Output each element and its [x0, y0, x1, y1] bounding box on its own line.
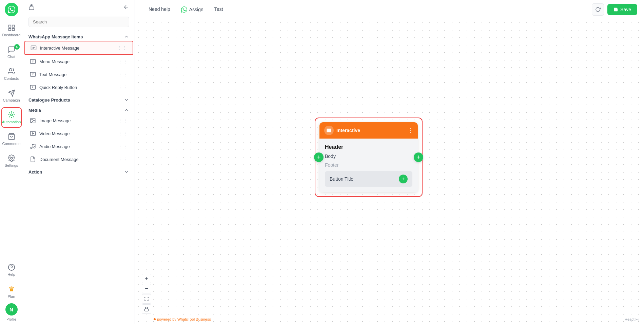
- sidebar-item-text[interactable]: Text Message ⋮⋮: [24, 68, 133, 81]
- sidebar: WhatsApp Message Items Interactive Messa…: [23, 0, 135, 324]
- nav-item-help[interactable]: Help: [1, 260, 22, 280]
- node-body: Header Body Footer Button Title +: [319, 139, 418, 192]
- chevron-down-action-icon: [124, 169, 129, 175]
- sidebar-item-video[interactable]: Video Message ⋮⋮: [24, 127, 133, 140]
- sidebar-top: [23, 0, 135, 13]
- zoom-controls: + −: [142, 274, 151, 314]
- fit-icon: [144, 296, 149, 301]
- watermark: powered by WhatsTool Business: [154, 317, 211, 321]
- svg-point-20: [34, 147, 35, 148]
- nav-item-contacts[interactable]: Contacts: [1, 64, 22, 84]
- svg-point-7: [11, 157, 13, 159]
- section-action[interactable]: Action: [23, 166, 135, 176]
- svg-rect-14: [31, 72, 36, 76]
- top-bar: Need help Assign Test Save: [135, 0, 644, 19]
- lock-icon: [144, 307, 149, 311]
- sidebar-item-audio[interactable]: Audio Message ⋮⋮: [24, 140, 133, 153]
- image-icon: [30, 118, 36, 124]
- drag-handle[interactable]: ⋮⋮: [118, 72, 128, 77]
- main-area: Need help Assign Test Save + +: [135, 0, 644, 324]
- watermark-dot: [154, 318, 156, 320]
- nav-item-automation[interactable]: Automation: [1, 107, 22, 128]
- video-icon: [30, 130, 36, 137]
- chevron-up-media-icon: [124, 107, 129, 113]
- menu-icon: [30, 58, 36, 65]
- node-body-text: Body: [325, 154, 412, 159]
- section-catalogue[interactable]: Catalogue Products: [23, 94, 135, 104]
- node-add-left-button[interactable]: +: [314, 152, 324, 162]
- drag-handle[interactable]: ⋮⋮: [118, 59, 128, 64]
- zoom-out-button[interactable]: −: [142, 284, 151, 293]
- nav-item-chat[interactable]: 5 Chat: [1, 42, 22, 62]
- node-footer-text: Footer: [325, 162, 412, 168]
- svg-rect-18: [31, 131, 36, 136]
- svg-rect-3: [12, 29, 14, 31]
- audio-icon: [30, 143, 36, 149]
- sidebar-item-menu[interactable]: Menu Message ⋮⋮: [24, 55, 133, 68]
- nav-item-commerce[interactable]: Commerce: [1, 129, 22, 149]
- avatar[interactable]: N: [5, 303, 18, 316]
- save-icon: [613, 7, 618, 12]
- topbar-needhelp[interactable]: Need help: [142, 0, 177, 19]
- flow-node-wrapper: + + Interactive ⋮ Header Body Footer But…: [315, 118, 423, 197]
- svg-point-4: [9, 69, 12, 71]
- node-header: Interactive ⋮: [319, 122, 418, 139]
- svg-rect-1: [12, 25, 14, 27]
- nav-item-campaign[interactable]: Campaign: [1, 86, 22, 106]
- interactive-icon: [31, 45, 37, 51]
- react-fi-label: React Fi: [625, 317, 639, 321]
- node-options-button[interactable]: ⋮: [408, 127, 413, 134]
- quickreply-icon: [30, 84, 36, 90]
- svg-point-5: [11, 114, 13, 116]
- chat-badge: 5: [14, 44, 20, 50]
- drag-handle[interactable]: ⋮⋮: [118, 144, 128, 149]
- whatsapp-icon: [181, 6, 187, 13]
- svg-point-19: [31, 147, 32, 149]
- topbar-assign[interactable]: Assign: [177, 0, 208, 19]
- robot-icon: [28, 4, 35, 10]
- canvas[interactable]: + + Interactive ⋮ Header Body Footer But…: [135, 19, 644, 324]
- topbar-test[interactable]: Test: [208, 0, 230, 19]
- node-button-row[interactable]: Button Title +: [325, 171, 412, 187]
- flow-node[interactable]: + + Interactive ⋮ Header Body Footer But…: [319, 122, 418, 192]
- fit-view-button[interactable]: [142, 294, 151, 304]
- nav-bottom: Help ♛ Plan N Profile: [1, 260, 22, 321]
- interactive-node-icon: [326, 128, 332, 133]
- section-whatsapp[interactable]: WhatsApp Message Items: [23, 31, 135, 41]
- lock-button[interactable]: [142, 304, 151, 314]
- node-header-text: Header: [325, 144, 412, 150]
- node-add-button[interactable]: +: [399, 175, 408, 183]
- sidebar-item-quickreply[interactable]: Quick Reply Button ⋮⋮: [24, 81, 133, 94]
- drag-handle[interactable]: ⋮⋮: [118, 131, 128, 136]
- svg-rect-21: [327, 129, 331, 132]
- node-header-icon: [324, 126, 334, 135]
- left-nav: Dashboard 5 Chat Contacts Campaign Autom…: [0, 0, 23, 324]
- text-message-icon: [30, 71, 36, 77]
- nav-item-dashboard[interactable]: Dashboard: [1, 20, 22, 41]
- drag-handle[interactable]: ⋮⋮: [118, 85, 128, 90]
- chevron-down-icon: [124, 97, 129, 103]
- svg-rect-13: [31, 59, 36, 64]
- sidebar-item-image[interactable]: Image Message ⋮⋮: [24, 114, 133, 127]
- refresh-button[interactable]: [592, 3, 604, 16]
- sidebar-item-document[interactable]: Document Message ⋮⋮: [24, 153, 133, 166]
- chevron-up-icon: [124, 34, 129, 39]
- drag-handle[interactable]: ⋮⋮: [117, 45, 127, 51]
- svg-rect-22: [145, 309, 149, 311]
- profile-label: Profile: [6, 318, 16, 321]
- search-input[interactable]: [28, 17, 129, 27]
- save-button[interactable]: Save: [607, 4, 637, 15]
- svg-rect-2: [8, 29, 11, 31]
- drag-handle[interactable]: ⋮⋮: [118, 118, 128, 123]
- logo[interactable]: [5, 3, 18, 16]
- nav-item-plan[interactable]: ♛ Plan: [1, 282, 22, 302]
- node-add-right-button[interactable]: +: [414, 152, 423, 162]
- drag-handle[interactable]: ⋮⋮: [118, 157, 128, 162]
- nav-item-settings[interactable]: Settings: [1, 151, 22, 171]
- sidebar-item-interactive[interactable]: Interactive Message ⋮⋮: [24, 41, 133, 55]
- refresh-icon: [595, 7, 601, 12]
- back-icon[interactable]: [123, 4, 129, 10]
- svg-rect-12: [31, 46, 36, 50]
- section-media[interactable]: Media: [23, 104, 135, 114]
- zoom-in-button[interactable]: +: [142, 274, 151, 283]
